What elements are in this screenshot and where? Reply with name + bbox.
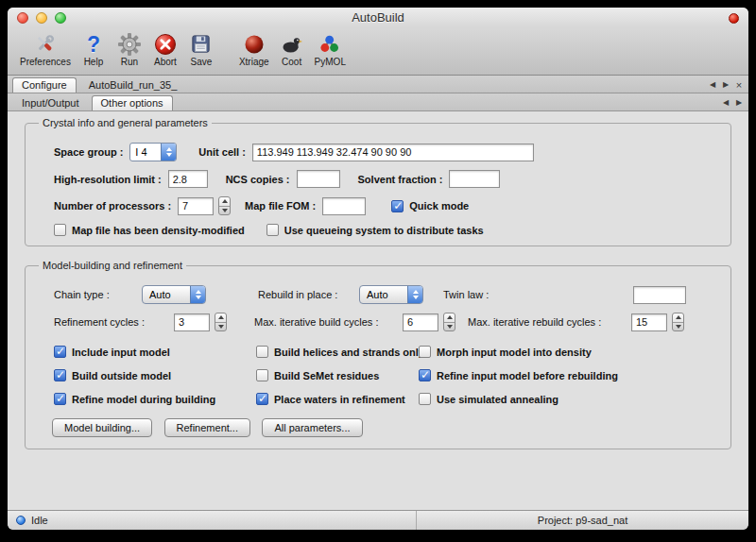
save-floppy-icon — [190, 31, 212, 57]
toolbar-run-button[interactable]: Run — [112, 30, 147, 68]
coot-bird-icon — [281, 31, 303, 57]
toolbar-label: Abort — [154, 57, 177, 67]
density-modified-label: Map file has been density-modified — [72, 225, 245, 236]
toolbar-label: Coot — [282, 57, 301, 67]
primary-tab-bar: Configure AutoBuild_run_35_ ◀ ▶ × — [8, 76, 748, 93]
subtab-scroll-left-icon[interactable]: ◀ — [721, 98, 730, 108]
build-outside-model-checkbox[interactable]: Build outside model — [54, 369, 256, 381]
toolbar-help-button[interactable]: ? Help — [76, 30, 112, 68]
options-panel: Crystal info and general parameters Spac… — [8, 112, 748, 510]
checkbox-box — [419, 346, 431, 358]
titlebar[interactable]: AutoBuild — [8, 8, 748, 28]
twin-law-label: Twin law : — [443, 289, 498, 300]
solvent-fraction-label: Solvent fraction : — [358, 174, 443, 185]
place-waters-checkbox[interactable]: Place waters in refinement — [256, 393, 419, 405]
toolbar-label: Run — [121, 57, 138, 67]
refinement-cycles-label: Refinement cycles : — [54, 316, 167, 328]
toolbar-preferences-button[interactable]: Preferences — [15, 30, 76, 68]
build-semet-checkbox[interactable]: Build SeMet residues — [256, 369, 419, 381]
checkbox-box — [256, 393, 268, 405]
toolbar-label: Preferences — [20, 57, 71, 67]
build-cycles-label: Max. iterative build cycles : — [254, 316, 396, 328]
processors-label: Number of processors : — [54, 200, 171, 212]
chain-type-label: Chain type : — [54, 289, 135, 300]
high-res-input[interactable] — [168, 170, 208, 188]
queueing-label: Use queueing system to distribute tasks — [284, 225, 484, 236]
tab-configure[interactable]: Configure — [12, 77, 77, 93]
unit-cell-input[interactable] — [252, 144, 534, 161]
status-bar: Idle Project: p9-sad_nat — [8, 510, 748, 530]
build-helices-checkbox[interactable]: Build helices and strands only — [256, 346, 419, 358]
model-options-grid: Include input model Build helices and st… — [54, 346, 717, 405]
checkbox-box — [391, 200, 404, 212]
toolbar-coot-button[interactable]: Coot — [274, 30, 310, 68]
project-section: Project: p9-sad_nat — [416, 511, 748, 530]
simulated-annealing-checkbox[interactable]: Use simulated annealing — [419, 393, 717, 405]
record-indicator-icon — [729, 13, 739, 24]
space-group-combo[interactable]: I 4 — [129, 143, 177, 161]
chain-type-popup[interactable]: Auto — [142, 285, 206, 304]
quick-mode-label: Quick mode — [409, 200, 469, 212]
toolbar-pymol-button[interactable]: PyMOL — [310, 30, 351, 68]
toolbar-abort-button[interactable]: Abort — [147, 30, 183, 68]
morph-input-model-checkbox[interactable]: Morph input model into density — [419, 346, 717, 358]
space-group-label: Space group : — [54, 146, 123, 158]
popup-arrows-icon — [407, 286, 422, 303]
tab-autobuild-run[interactable]: AutoBuild_run_35_ — [79, 77, 187, 93]
space-group-row: Space group : I 4 Unit cell : — [54, 143, 717, 161]
checkbox-box — [54, 369, 66, 381]
refinement-cycles-input[interactable] — [174, 313, 210, 331]
model-building-button[interactable]: Model building... — [52, 418, 152, 437]
tab-scroll-right-icon[interactable]: ▶ — [721, 80, 730, 90]
processors-input[interactable] — [178, 197, 214, 215]
tab-input-output[interactable]: Input/Output — [12, 95, 89, 110]
solvent-fraction-input[interactable] — [449, 170, 500, 188]
quick-mode-checkbox[interactable]: Quick mode — [391, 200, 469, 212]
build-cycles-stepper[interactable] — [443, 313, 455, 331]
refine-during-building-checkbox[interactable]: Refine model during building — [54, 393, 256, 405]
tab-close-icon[interactable]: × — [734, 80, 744, 90]
toolbar-label: Help — [84, 57, 104, 67]
checkbox-box — [54, 346, 66, 358]
preferences-icon — [33, 31, 57, 57]
queueing-checkbox[interactable]: Use queueing system to distribute tasks — [266, 224, 484, 236]
include-input-model-checkbox[interactable]: Include input model — [54, 346, 256, 358]
project-label: Project: p9-sad_nat — [538, 515, 627, 526]
rebuild-cycles-input[interactable] — [631, 313, 667, 331]
density-modified-checkbox[interactable]: Map file has been density-modified — [54, 224, 245, 236]
ncs-copies-label: NCS copies : — [226, 174, 290, 185]
twin-law-input[interactable] — [633, 286, 686, 304]
secondary-tab-bar: Input/Output Other options ◀ ▶ — [8, 93, 748, 111]
all-parameters-button[interactable]: All parameters... — [262, 418, 362, 437]
status-led-icon — [16, 516, 26, 525]
chain-type-value: Auto — [143, 286, 190, 303]
cycles-row: Refinement cycles : Max. iterative build… — [54, 313, 717, 331]
processors-stepper[interactable] — [218, 196, 231, 215]
window-title: AutoBuild — [8, 10, 748, 25]
toolbar-xtriage-button[interactable]: Xtriage — [234, 30, 274, 68]
status-text: Idle — [31, 515, 48, 526]
unit-cell-label: Unit cell : — [198, 146, 246, 158]
tab-scroll-left-icon[interactable]: ◀ — [708, 80, 717, 90]
run-gear-icon — [118, 31, 141, 57]
build-cycles-input[interactable] — [403, 313, 438, 331]
tab-other-options[interactable]: Other options — [92, 95, 173, 110]
rebuild-in-place-popup[interactable]: Auto — [359, 285, 423, 304]
model-building-groupbox: Model-building and refinement Chain type… — [25, 260, 731, 449]
xtriage-icon — [243, 31, 266, 57]
subtab-nav-controls: ◀ ▶ — [721, 98, 744, 110]
rebuild-cycles-stepper[interactable] — [672, 313, 684, 331]
subtab-scroll-right-icon[interactable]: ▶ — [734, 98, 744, 108]
refinement-button[interactable]: Refinement... — [164, 418, 250, 437]
map-fom-label: Map file FOM : — [245, 200, 316, 212]
checkbox-box — [256, 369, 268, 381]
help-icon: ? — [87, 31, 100, 57]
ncs-copies-input[interactable] — [297, 170, 340, 188]
refine-before-rebuilding-checkbox[interactable]: Refine input model before rebuilding — [419, 369, 717, 381]
toolbar-save-button[interactable]: Save — [183, 30, 219, 68]
resolution-row: High-resolution limit : NCS copies : Sol… — [54, 170, 717, 188]
checkbox-box — [54, 393, 66, 405]
refinement-cycles-stepper[interactable] — [215, 313, 227, 331]
checkbox-box — [419, 369, 431, 381]
map-fom-input[interactable] — [322, 197, 366, 215]
